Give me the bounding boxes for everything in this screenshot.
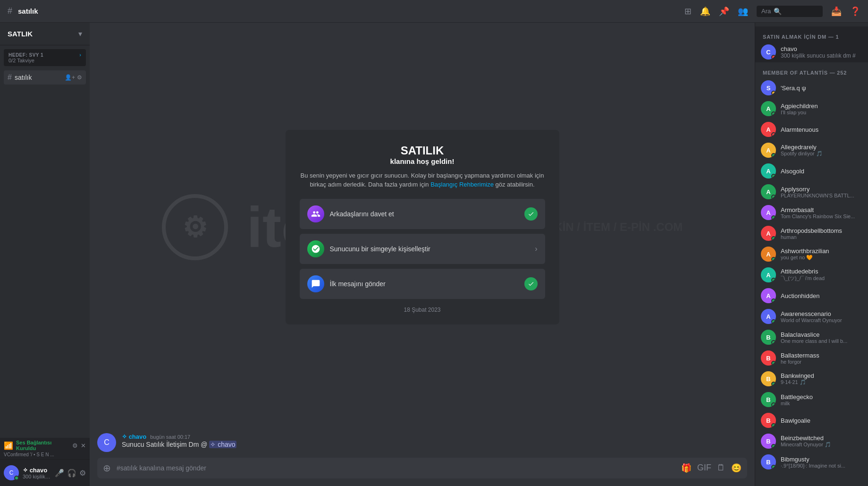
member-name: Alarmtenuous xyxy=(781,126,862,133)
welcome-subtitle: klanına hoş geldin! xyxy=(300,157,545,165)
member-item[interactable]: B Bankwinged 9·14·21 🎵 xyxy=(755,368,868,389)
message-content: ✧ chavo bugün saat 00:17 Sunucu Satılık … xyxy=(122,433,747,450)
checklist-icon-invite xyxy=(307,205,324,222)
member-name: Bawlgoalie xyxy=(781,417,862,424)
member-info: Awarenesscenario World of Warcraft Oynuy… xyxy=(781,310,862,323)
member-name: Battlegecko xyxy=(781,393,862,401)
member-avatar: B xyxy=(761,454,776,469)
sticker-icon[interactable]: 🗒 xyxy=(717,463,725,473)
chat-input-area: ⊕ 🎁 GIF 🗒 😊 xyxy=(90,458,755,486)
status-dot xyxy=(771,382,776,386)
member-item[interactable]: B Beinzbewitched Minecraft Oynuyor 🎵 xyxy=(755,431,868,452)
hedef-label: HEDEF: SVY 1 xyxy=(8,52,43,58)
member-avatar: A xyxy=(761,101,776,116)
status-dot xyxy=(771,91,776,95)
member-status: Tom Clancy's Rainbow Six Sie... xyxy=(781,213,862,219)
gif-icon[interactable]: GIF xyxy=(697,463,711,473)
voice-settings-icon[interactable]: ⚙ xyxy=(72,442,78,449)
search-box[interactable]: Ara 🔍 xyxy=(757,6,823,17)
inbox-icon[interactable]: 📥 xyxy=(831,6,842,17)
member-item[interactable]: B Balaclavaslice One more class and I wi… xyxy=(755,327,868,348)
checklist-item-customize[interactable]: Sunucunu bir simgeyle kişiselleştir › xyxy=(300,234,545,264)
channel-name: satılık xyxy=(18,7,38,15)
voice-close-icon[interactable]: ✕ xyxy=(81,442,86,449)
member-item[interactable]: B Bibmgusty ·.9°[18/90]·: Imagine not si… xyxy=(755,452,868,472)
member-item[interactable]: S 'Sera.q ψ xyxy=(755,77,868,98)
dm-member-avatar: C xyxy=(761,44,776,60)
dm-avatar-initial: C xyxy=(766,49,770,56)
emoji-icon[interactable]: 😊 xyxy=(731,463,742,473)
member-item[interactable]: A Attitudedebris ¯\_(ツ)_/¯ i'm dead xyxy=(755,264,868,285)
member-status: Spotify dinliyor 🎵 xyxy=(781,151,862,157)
checklist-item-message[interactable]: İlk mesajını gönder xyxy=(300,269,545,299)
gift-icon[interactable]: 🎁 xyxy=(681,463,691,473)
member-info: Bibmgusty ·.9°[18/90]·: Imagine not si..… xyxy=(781,456,862,469)
message-header: ✧ chavo bugün saat 00:17 xyxy=(122,433,747,440)
member-name: Armorbasalt xyxy=(781,206,862,213)
member-item[interactable]: A Auctionhidden xyxy=(755,285,868,306)
channel-item-satilik[interactable]: # satılık 👤+ ⚙ xyxy=(4,70,86,85)
member-info: Bawlgoalie xyxy=(781,417,862,424)
member-item[interactable]: B Battlegecko milk xyxy=(755,389,868,410)
chat-input[interactable] xyxy=(117,464,675,472)
user-info: ✧ chavo 300 kişilik su... xyxy=(23,467,51,479)
welcome-link[interactable]: Başlangıç Rehberimize xyxy=(430,181,494,188)
hashtag-icon[interactable]: ⊞ xyxy=(684,6,691,17)
members-icon[interactable]: 👥 xyxy=(738,6,748,17)
voice-icons: ⚙ ✕ xyxy=(72,442,86,449)
user-controls: 🎤 🎧 ⚙ xyxy=(55,469,86,477)
user-sub: 300 kişilik su... xyxy=(23,474,51,479)
member-item[interactable]: A Armorbasalt Tom Clancy's Rainbow Six S… xyxy=(755,202,868,223)
dm-section: SATIN ALMAK İÇİN DM — 1 C chavo 300 kişi… xyxy=(755,26,868,62)
member-item[interactable]: A Agpiechildren I'll slap you xyxy=(755,98,868,119)
hedef-row: HEDEF: SVY 1 › xyxy=(8,52,81,58)
server-header[interactable]: SATLIK ▾ xyxy=(0,23,90,45)
member-status: Minecraft Oynuyor 🎵 xyxy=(781,442,862,448)
user-settings-icon[interactable]: ⚙ xyxy=(79,469,86,477)
member-item[interactable]: A Awarenesscenario World of Warcraft Oyn… xyxy=(755,306,868,327)
settings-icon[interactable]: ⚙ xyxy=(77,74,82,81)
member-item[interactable]: A Ashworthbrazilian you get no 🧡 xyxy=(755,244,868,264)
add-user-icon[interactable]: 👤+ xyxy=(65,74,75,81)
user-avatar: C xyxy=(4,465,19,480)
member-name: Attitudedebris xyxy=(781,268,862,275)
member-item[interactable]: A Arthropodsbellbottoms human xyxy=(755,223,868,244)
status-dot xyxy=(771,174,776,179)
dm-member-item[interactable]: C chavo 300 kişilik sunucu satılık dm # xyxy=(755,42,868,62)
signal-icon: 📶 xyxy=(4,441,13,450)
add-attachment-icon[interactable]: ⊕ xyxy=(103,462,111,474)
member-info: Alsogold xyxy=(781,168,862,175)
member-name: Auctionhidden xyxy=(781,292,862,299)
member-item[interactable]: B Ballastermass he forgor xyxy=(755,348,868,368)
hedef-link[interactable]: › xyxy=(79,52,81,58)
dm-status-dot xyxy=(771,55,776,60)
checklist-item-invite[interactable]: Arkadaşlarını davet et xyxy=(300,199,545,229)
dm-member-name: chavo xyxy=(781,45,862,52)
member-info: Balaclavaslice One more class and I will… xyxy=(781,331,862,344)
voice-bar: 📶 Ses Bağlantısı Kuruldu ⚙ ✕ VConfirmed … xyxy=(0,438,90,460)
deafen-icon[interactable]: 🎧 xyxy=(67,469,76,477)
help-icon[interactable]: ❓ xyxy=(850,6,860,17)
member-item[interactable]: A Alarmtenuous xyxy=(755,119,868,140)
member-status: he forgor xyxy=(781,359,862,365)
member-item[interactable]: A Allegedrarely Spotify dinliyor 🎵 xyxy=(755,140,868,161)
author-name: chavo xyxy=(129,433,147,440)
member-info: Auctionhidden xyxy=(781,292,862,299)
member-item[interactable]: A Applysorry PLAYERUNKNOWN'S BATTL... xyxy=(755,181,868,202)
member-avatar: A xyxy=(761,163,776,179)
member-item[interactable]: B Bawlgoalie xyxy=(755,410,868,431)
member-item[interactable]: A Alsogold xyxy=(755,161,868,181)
pin-icon[interactable]: 📌 xyxy=(719,6,729,17)
member-name: Allegedrarely xyxy=(781,144,862,151)
status-dot xyxy=(771,402,776,407)
member-avatar: A xyxy=(761,288,776,303)
member-name: Beinzbewitched xyxy=(781,435,862,442)
member-status: milk xyxy=(781,401,862,406)
bell-icon[interactable]: 🔔 xyxy=(700,6,710,17)
member-avatar: A xyxy=(761,143,776,158)
chat-messages: C ✧ chavo bugün saat 00:17 Sunucu Satılı… xyxy=(90,431,755,458)
welcome-desc: Bu senin yepyeni ve gıcır gıcır sunucun.… xyxy=(300,171,545,189)
chat-input-box: ⊕ 🎁 GIF 🗒 😊 xyxy=(97,458,747,478)
member-status: ·.9°[18/90]·: Imagine not si... xyxy=(781,463,862,469)
mute-icon[interactable]: 🎤 xyxy=(55,469,64,477)
